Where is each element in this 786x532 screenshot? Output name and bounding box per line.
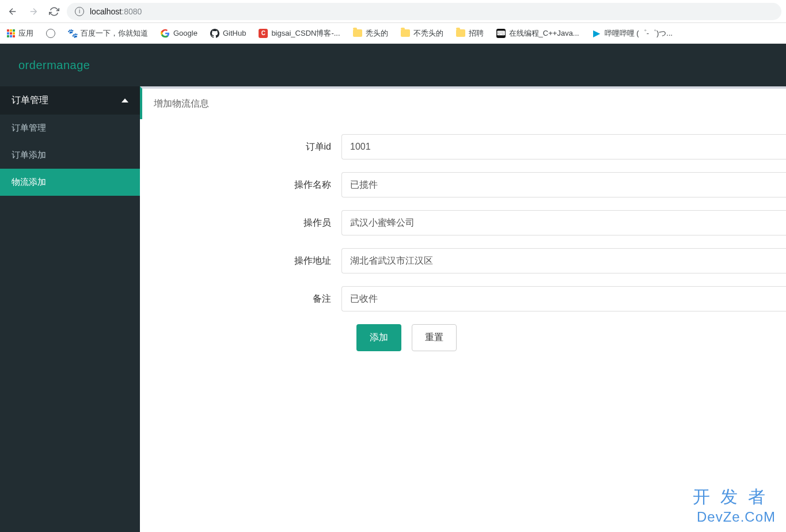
brand-logo[interactable]: ordermanage [18,59,90,72]
sidebar-group-orders[interactable]: 订单管理 [0,86,140,115]
folder-icon [401,29,410,37]
url-text: localhost:8080 [90,7,142,16]
browser-nav-bar: i localhost:8080 [0,0,786,23]
baidu-icon: 🐾 [68,29,77,38]
sidebar-item-order-add[interactable]: 订单添加 [0,142,140,169]
folder-icon [353,29,362,37]
reset-button[interactable]: 重置 [412,324,457,351]
form-panel: 订单id 操作名称 操作员 操作地址 备注 添加 重置 [140,119,786,532]
bookmark-globe[interactable] [46,29,55,38]
input-operator[interactable] [341,210,786,235]
bookmark-folder-recruit[interactable]: 招聘 [456,28,484,39]
bookmark-bilibili[interactable]: ▶哔哩哔哩 (゜-゜)つ... [592,28,673,39]
watermark-line2: DevZe.CoM [693,509,776,525]
github-icon [210,29,219,38]
chevron-up-icon [121,98,128,102]
sidebar-group-label: 订单管理 [12,94,48,107]
globe-icon [46,29,55,38]
label-order-id: 订单id [140,141,341,153]
label-operator: 操作员 [140,217,341,229]
submit-button[interactable]: 添加 [356,324,401,351]
back-button[interactable] [5,3,21,20]
input-order-id[interactable] [341,134,786,159]
bookmark-onlinecode[interactable]: ⌨在线编程_C++Java... [496,28,579,39]
csdn-icon: C [259,29,268,38]
code-icon: ⌨ [496,29,506,38]
sidebar: 订单管理 订单管理 订单添加 物流添加 [0,86,140,532]
main-content: 增加物流信息 订单id 操作名称 操作员 操作地址 备注 [140,86,786,532]
panel-title: 增加物流信息 [140,86,786,119]
label-op-addr: 操作地址 [140,255,341,267]
reload-button[interactable] [46,3,62,20]
app-header: ordermanage [0,44,786,86]
bookmark-folder-bald[interactable]: 秃头的 [353,28,388,39]
bilibili-icon: ▶ [592,29,601,38]
google-icon [161,29,170,38]
folder-icon [456,29,465,37]
bookmark-github[interactable]: GitHub [210,29,246,38]
bookmark-google[interactable]: Google [161,29,198,38]
bookmark-apps[interactable]: 应用 [7,28,33,39]
input-remark[interactable] [341,286,786,311]
watermark-line1: 开发者 [693,485,776,509]
sidebar-item-logistics-add[interactable]: 物流添加 [0,169,140,196]
info-icon: i [75,7,84,16]
bookmark-baidu[interactable]: 🐾百度一下，你就知道 [68,28,148,39]
bookmark-folder-notbald[interactable]: 不秃头的 [401,28,443,39]
bookmarks-bar: 应用 🐾百度一下，你就知道 Google GitHub Cbigsai_CSDN… [0,23,786,44]
forward-button[interactable] [25,3,41,20]
input-op-name[interactable] [341,172,786,197]
sidebar-item-order-manage[interactable]: 订单管理 [0,115,140,142]
label-remark: 备注 [140,293,341,305]
url-bar[interactable]: i localhost:8080 [67,3,781,20]
bookmark-csdn[interactable]: Cbigsai_CSDN博客-... [259,28,340,39]
input-op-addr[interactable] [341,248,786,273]
label-op-name: 操作名称 [140,179,341,191]
apps-icon [7,29,15,37]
watermark: 开发者 DevZe.CoM [693,485,776,525]
